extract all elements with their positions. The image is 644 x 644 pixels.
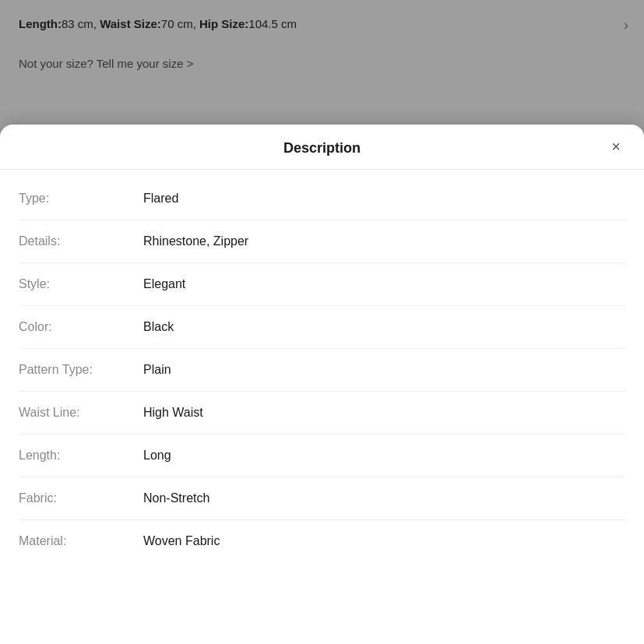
desc-value-4: Plain	[143, 363, 625, 377]
close-button[interactable]: ×	[604, 135, 628, 160]
desc-row: Length:Long	[19, 435, 625, 477]
desc-row: Waist Line:High Waist	[19, 392, 625, 435]
waist-label: Waist Size:	[100, 17, 161, 30]
desc-label-0: Type:	[19, 192, 143, 206]
desc-row: Details:Rhinestone, Zipper	[19, 220, 625, 263]
hip-label: Hip Size:	[199, 17, 248, 30]
desc-value-2: Elegant	[143, 277, 625, 291]
desc-label-3: Color:	[19, 320, 143, 334]
chevron-right-icon[interactable]: ›	[624, 17, 628, 33]
desc-label-5: Waist Line:	[19, 406, 143, 420]
desc-label-1: Details:	[19, 234, 143, 248]
desc-value-6: Long	[143, 449, 625, 463]
description-modal: Description × Type:FlaredDetails:Rhinest…	[0, 125, 644, 644]
background-area: Length:83 cm, Waist Size:70 cm, Hip Size…	[0, 0, 644, 132]
desc-row: Style:Elegant	[19, 263, 625, 306]
desc-label-6: Length:	[19, 449, 143, 463]
desc-value-5: High Waist	[143, 406, 625, 420]
desc-label-4: Pattern Type:	[19, 363, 143, 377]
desc-label-8: Material:	[19, 534, 143, 548]
modal-header: Description ×	[0, 125, 644, 170]
desc-value-0: Flared	[143, 192, 625, 206]
tell-size-link[interactable]: Not your size? Tell me your size >	[19, 57, 625, 70]
desc-label-2: Style:	[19, 277, 143, 291]
desc-value-1: Rhinestone, Zipper	[143, 234, 625, 248]
measurement-text: Length:83 cm, Waist Size:70 cm, Hip Size…	[19, 16, 625, 33]
modal-title: Description	[283, 140, 361, 157]
desc-row: Type:Flared	[19, 178, 625, 220]
desc-value-7: Non-Stretch	[143, 491, 625, 505]
desc-row: Material:Woven Fabric	[19, 520, 625, 562]
desc-value-8: Woven Fabric	[143, 534, 625, 548]
desc-label-7: Fabric:	[19, 491, 143, 505]
length-label: Length:	[19, 17, 62, 30]
modal-content: Type:FlaredDetails:Rhinestone, ZipperSty…	[0, 170, 644, 570]
desc-row: Color:Black	[19, 306, 625, 349]
desc-row: Fabric:Non-Stretch	[19, 477, 625, 520]
desc-row: Pattern Type:Plain	[19, 349, 625, 392]
desc-value-3: Black	[143, 320, 625, 334]
